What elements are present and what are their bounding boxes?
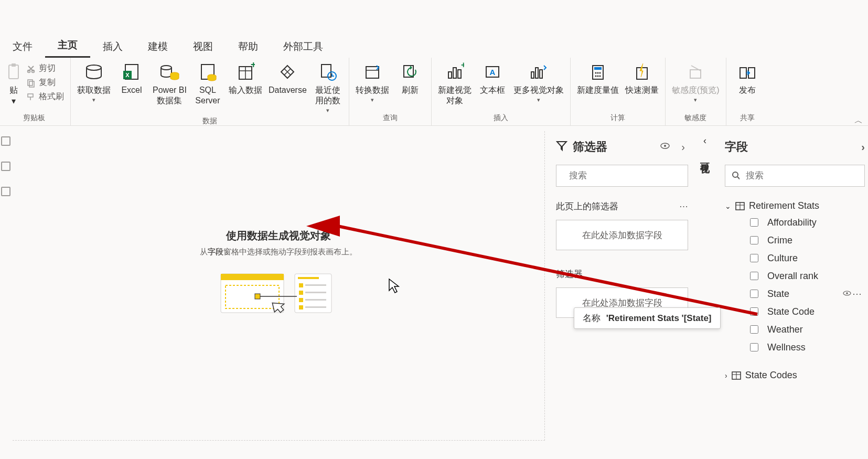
fields-collapse-icon[interactable]: › <box>861 141 865 153</box>
fields-pane: 字段 › ⌄ Retirement Stats Affordability Cr… <box>716 132 868 387</box>
tab-help[interactable]: 帮助 <box>226 35 271 58</box>
table-header-state-codes[interactable]: › State Codes <box>725 368 865 383</box>
svg-point-7 <box>87 65 101 70</box>
field-tooltip: 名称 'Retirement Stats '[State] <box>574 307 721 329</box>
tab-insert[interactable]: 插入 <box>90 35 135 58</box>
svg-point-36 <box>597 72 598 74</box>
fields-search-input[interactable] <box>745 170 858 182</box>
publish-button[interactable]: 发布 <box>730 60 765 98</box>
textbox-button[interactable]: A 文本框 <box>475 60 510 98</box>
svg-point-70 <box>846 292 848 294</box>
filters-visibility-icon[interactable] <box>657 142 673 152</box>
svg-rect-42 <box>690 70 701 78</box>
svg-text:A: A <box>489 68 495 77</box>
copy-button[interactable]: 复制 <box>26 77 56 88</box>
group-title-insert: 插入 <box>494 113 508 125</box>
field-state-code[interactable]: State Code <box>725 303 865 321</box>
dataverse-button[interactable]: Dataverse <box>265 60 310 98</box>
filters-search-input[interactable] <box>568 170 681 182</box>
paste-button[interactable]: 贴 ▾ <box>1 60 26 108</box>
quick-measure-label: 快速测量 <box>625 85 659 95</box>
svg-rect-49 <box>298 277 319 279</box>
ribbon-collapse-button[interactable]: ︿ <box>854 115 863 126</box>
svg-rect-19 <box>322 65 331 77</box>
dataverse-label: Dataverse <box>269 85 307 95</box>
search-icon <box>732 171 740 180</box>
svg-text:+: + <box>461 62 464 69</box>
new-visual-button[interactable]: + 新建视觉 对象 <box>435 60 475 108</box>
field-wellness[interactable]: Wellness <box>725 338 865 356</box>
svg-rect-30 <box>531 72 534 78</box>
fields-title: 字段 <box>725 139 748 155</box>
svg-point-40 <box>599 76 601 77</box>
svg-rect-53 <box>305 292 326 293</box>
ribbon: 贴 ▾ 剪切 复制 格式刷 剪贴板 <box>0 58 868 126</box>
model-view-icon[interactable] <box>1 187 10 196</box>
filters-collapse-icon[interactable]: › <box>678 141 688 153</box>
tab-external-tools[interactable]: 外部工具 <box>271 35 336 58</box>
tab-file[interactable]: 文件 <box>0 35 45 58</box>
page-filters-dropzone[interactable]: 在此处添加数据字段 <box>556 220 688 250</box>
chevron-right-icon: › <box>725 371 727 380</box>
svg-rect-56 <box>299 305 303 309</box>
filters-search[interactable] <box>556 165 688 187</box>
report-canvas[interactable]: 使用数据生成视觉对象 从字段窗格中选择或拖动字段到报表画布上。 <box>13 131 545 441</box>
field-overall-rank[interactable]: Overall rank <box>725 267 865 285</box>
svg-text:X: X <box>125 72 130 78</box>
svg-rect-31 <box>535 68 538 78</box>
cut-button[interactable]: 剪切 <box>26 63 56 74</box>
svg-rect-21 <box>366 67 379 78</box>
quick-measure-button[interactable]: 快速测量 <box>622 60 662 98</box>
sql-server-label: SQL Server <box>195 85 220 106</box>
field-state[interactable]: State ⋯ <box>725 285 865 303</box>
enter-data-button[interactable]: + 输入数据 <box>226 60 265 98</box>
transform-data-button[interactable]: 转换数据 ▾ <box>352 60 392 106</box>
field-culture[interactable]: Culture <box>725 249 865 267</box>
table-name-retirement-stats: Retirement Stats <box>749 200 819 211</box>
tab-modeling[interactable]: 建模 <box>135 35 180 58</box>
canvas-hint: 使用数据生成视觉对象 从字段窗格中选择或拖动字段到报表画布上。 <box>13 229 544 316</box>
group-title-clipboard: 剪贴板 <box>23 113 45 125</box>
table-icon <box>732 371 741 380</box>
sensitivity-label: 敏感度(预览) <box>672 85 720 95</box>
svg-point-64 <box>733 172 738 177</box>
format-painter-button[interactable]: 格式刷 <box>26 91 64 102</box>
table-header-retirement-stats[interactable]: ⌄ Retirement Stats <box>725 198 865 214</box>
get-data-button[interactable]: 获取数据 ▾ <box>74 60 114 106</box>
svg-rect-32 <box>540 70 542 78</box>
powerbi-dataset-label: Power BI 数据集 <box>153 85 187 106</box>
viz-title: 可视化 <box>699 155 711 158</box>
sensitivity-button: 敏感度(预览) ▾ <box>669 60 723 106</box>
field-visibility-icon[interactable] <box>843 290 851 298</box>
more-visuals-button[interactable]: 更多视觉对象 ▾ <box>510 60 567 106</box>
svg-point-35 <box>595 72 596 74</box>
powerbi-dataset-button[interactable]: Power BI 数据集 <box>149 60 190 108</box>
excel-button[interactable]: X Excel <box>114 60 149 98</box>
visualizations-pane-collapsed: ‹ 可视化 <box>695 132 714 457</box>
group-title-queries: 查询 <box>383 113 398 125</box>
recent-sources-button[interactable]: 最近使 用的数 ▾ <box>310 60 346 116</box>
refresh-button[interactable]: 刷新 <box>392 60 428 98</box>
tooltip-label: 名称 <box>583 313 601 323</box>
tab-home[interactable]: 主页 <box>45 33 90 58</box>
field-weather[interactable]: Weather <box>725 321 865 338</box>
field-crime[interactable]: Crime <box>725 231 865 249</box>
sql-server-button[interactable]: SQL Server <box>190 60 226 108</box>
enter-data-label: 输入数据 <box>229 85 262 95</box>
data-view-icon[interactable] <box>1 162 10 171</box>
tab-view[interactable]: 视图 <box>180 35 226 58</box>
viz-expand-icon[interactable]: ‹ <box>703 135 706 146</box>
new-visual-label: 新建视觉 对象 <box>438 85 471 106</box>
svg-rect-25 <box>453 68 456 78</box>
svg-rect-57 <box>305 306 326 308</box>
transform-data-label: 转换数据 <box>356 85 389 95</box>
filters-pane: 筛选器 › 此页上的筛选器 ⋯ 在此处添加数据字段 筛选器 在此处添加数据字段 <box>549 132 695 457</box>
field-affordability[interactable]: Affordability <box>725 214 865 231</box>
page-filters-more-icon[interactable]: ⋯ <box>679 201 688 212</box>
svg-point-38 <box>595 76 596 77</box>
new-measure-button[interactable]: 新建度量值 <box>574 60 622 98</box>
fields-search[interactable] <box>725 165 865 187</box>
svg-rect-26 <box>458 70 461 78</box>
field-more-icon[interactable]: ⋯ <box>852 288 863 300</box>
report-view-icon[interactable] <box>1 136 10 146</box>
